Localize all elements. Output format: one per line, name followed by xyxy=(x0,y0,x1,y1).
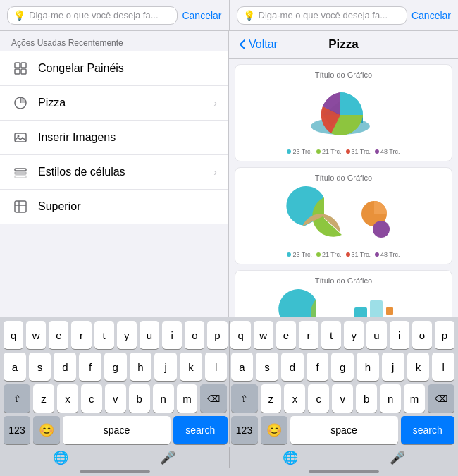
mic-icon-right[interactable]: 🎤 xyxy=(390,450,405,465)
key-q-r[interactable]: q xyxy=(230,321,250,349)
key-e-r[interactable]: e xyxy=(276,321,296,349)
key-h[interactable]: h xyxy=(130,353,152,381)
freeze-icon xyxy=(11,59,30,78)
key-i-r[interactable]: i xyxy=(390,321,409,349)
key-n-r[interactable]: n xyxy=(380,384,401,413)
key-m[interactable]: m xyxy=(177,384,198,413)
key-c-r[interactable]: c xyxy=(308,384,329,413)
num-key-right[interactable]: 123 xyxy=(231,416,258,444)
chart-card-1[interactable]: Título do Gráfico xyxy=(235,64,452,161)
superior-icon xyxy=(11,197,30,216)
key-x[interactable]: x xyxy=(57,384,78,413)
key-e[interactable]: e xyxy=(49,321,68,349)
key-o[interactable]: o xyxy=(185,321,204,349)
svg-rect-11 xyxy=(15,201,26,212)
chart-card-3[interactable]: Título do Gráfico xyxy=(235,270,452,317)
key-k[interactable]: k xyxy=(180,353,202,381)
key-u-r[interactable]: u xyxy=(366,321,386,349)
globe-icon-right[interactable]: 🌐 xyxy=(283,450,298,465)
key-o-r[interactable]: o xyxy=(412,321,432,349)
key-s-r[interactable]: s xyxy=(256,353,278,381)
shift-key-left[interactable]: ⇧ xyxy=(4,384,30,413)
delete-key-left[interactable]: ⌫ xyxy=(200,384,227,413)
key-w[interactable]: w xyxy=(26,321,46,349)
key-v[interactable]: v xyxy=(105,384,126,413)
key-s[interactable]: s xyxy=(29,353,51,381)
pie-chart-2 xyxy=(291,187,397,247)
key-q[interactable]: q xyxy=(4,321,23,349)
key-m-r[interactable]: m xyxy=(404,384,425,413)
menu-item-cell-styles-label: Estilos de células xyxy=(38,166,213,178)
bottom-bar-left: 🌐 🎤 xyxy=(0,447,230,468)
menu-item-superior[interactable]: Superior xyxy=(0,190,228,224)
key-p-r[interactable]: p xyxy=(435,321,454,349)
key-f[interactable]: f xyxy=(79,353,101,381)
key-row-right-3: ⇧ z x c v b n m ⌫ xyxy=(231,384,455,413)
pie-chart-1 xyxy=(302,85,386,142)
menu-item-insert-images[interactable]: Inserir Imagens xyxy=(0,121,228,155)
key-k-r[interactable]: k xyxy=(407,353,430,381)
menu-item-cell-styles[interactable]: Estilos de células › xyxy=(0,155,228,190)
menu-item-pizza-label: Pizza xyxy=(38,97,213,109)
key-i[interactable]: i xyxy=(162,321,182,349)
menu-item-freeze[interactable]: Congelar Painéis xyxy=(0,51,228,86)
globe-icon-left[interactable]: 🌐 xyxy=(53,450,68,465)
menu-item-pizza[interactable]: Pizza › xyxy=(0,86,228,121)
search-key-right[interactable]: search xyxy=(401,416,455,444)
key-n[interactable]: n xyxy=(153,384,174,413)
key-l-r[interactable]: l xyxy=(432,353,454,381)
key-v-r[interactable]: v xyxy=(332,384,353,413)
space-key-right[interactable]: space xyxy=(290,416,398,444)
delete-key-right[interactable]: ⌫ xyxy=(428,384,454,413)
space-key-left[interactable]: space xyxy=(63,416,171,444)
key-y[interactable]: y xyxy=(117,321,137,349)
cancel-button-left[interactable]: Cancelar xyxy=(182,10,221,21)
search-bar-left[interactable]: 💡 Diga-me o que você deseja fa... xyxy=(7,6,178,25)
key-w-r[interactable]: w xyxy=(254,321,273,349)
search-bar-right[interactable]: 💡 Diga-me o que você deseja fa... xyxy=(237,6,407,25)
mic-icon-left[interactable]: 🎤 xyxy=(160,450,175,465)
chart-card-2[interactable]: Título do Gráfico xyxy=(235,167,452,264)
key-y-r[interactable]: y xyxy=(344,321,364,349)
top-bar-left: 💡 Diga-me o que você deseja fa... Cancel… xyxy=(0,0,230,30)
key-t-r[interactable]: t xyxy=(321,321,341,349)
svg-rect-8 xyxy=(15,169,26,171)
key-x-r[interactable]: x xyxy=(284,384,305,413)
key-z[interactable]: z xyxy=(33,384,54,413)
emoji-key-left[interactable]: 😊 xyxy=(33,416,60,444)
key-a-r[interactable]: a xyxy=(231,353,254,381)
legend-item: 31 Trc. xyxy=(346,148,371,155)
key-r[interactable]: r xyxy=(71,321,91,349)
key-j[interactable]: j xyxy=(154,353,177,381)
key-p[interactable]: p xyxy=(207,321,227,349)
key-b[interactable]: b xyxy=(129,384,150,413)
num-key-left[interactable]: 123 xyxy=(4,416,30,444)
shift-key-right[interactable]: ⇧ xyxy=(231,384,258,413)
main-content: Ações Usadas Recentemente Congelar Painé… xyxy=(0,31,458,317)
key-f-r[interactable]: f xyxy=(307,353,329,381)
key-d[interactable]: d xyxy=(54,353,76,381)
key-l[interactable]: l xyxy=(205,353,228,381)
key-b-r[interactable]: b xyxy=(356,384,377,413)
key-r-r[interactable]: r xyxy=(299,321,318,349)
key-j-r[interactable]: j xyxy=(382,353,404,381)
search-key-left[interactable]: search xyxy=(173,416,228,444)
left-panel: Ações Usadas Recentemente Congelar Painé… xyxy=(0,31,229,317)
key-c[interactable]: c xyxy=(81,384,102,413)
back-button[interactable]: Voltar xyxy=(239,38,278,51)
key-g-r[interactable]: g xyxy=(331,353,354,381)
charts-list: Título do Gráfico xyxy=(229,59,458,317)
key-g[interactable]: g xyxy=(104,353,127,381)
key-t[interactable]: t xyxy=(94,321,114,349)
bulb-icon-left: 💡 xyxy=(13,10,25,21)
emoji-key-right[interactable]: 😊 xyxy=(261,416,287,444)
key-d-r[interactable]: d xyxy=(281,353,304,381)
key-row-right-1: q w e r t y u i o p xyxy=(231,321,455,349)
cancel-button-right[interactable]: Cancelar xyxy=(411,10,451,21)
key-a[interactable]: a xyxy=(4,353,26,381)
key-u[interactable]: u xyxy=(140,321,159,349)
key-h-r[interactable]: h xyxy=(357,353,379,381)
svg-rect-18 xyxy=(370,300,383,317)
key-z-r[interactable]: z xyxy=(261,384,282,413)
svg-rect-2 xyxy=(15,69,20,74)
